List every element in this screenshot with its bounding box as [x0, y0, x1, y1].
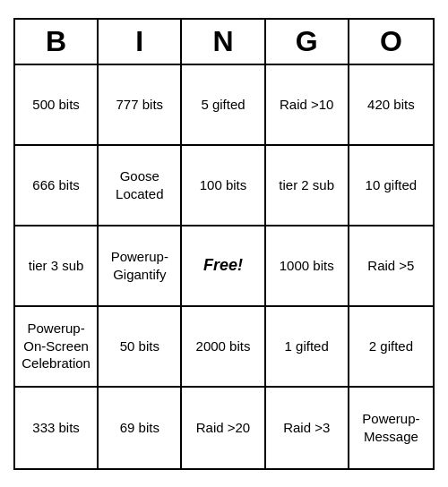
bingo-cell-r2c3: 100 bits	[182, 146, 265, 226]
bingo-cell-r2c1: 666 bits	[15, 146, 99, 226]
bingo-cell-r4c1: Powerup-On-Screen Celebration	[15, 307, 99, 388]
bingo-cell-r5c2: 69 bits	[99, 388, 182, 468]
header-letter-i: I	[99, 20, 182, 64]
bingo-grid: 500 bits777 bits5 giftedRaid >10420 bits…	[15, 65, 433, 468]
bingo-cell-r1c2: 777 bits	[99, 65, 182, 146]
bingo-cell-r2c2: Goose Located	[99, 146, 182, 226]
bingo-cell-r3c3: Free!	[182, 226, 265, 307]
bingo-cell-r5c5: Powerup-Message	[349, 388, 433, 468]
bingo-cell-r1c4: Raid >10	[266, 65, 349, 146]
bingo-cell-r4c2: 50 bits	[99, 307, 182, 388]
bingo-cell-r3c5: Raid >5	[349, 226, 433, 307]
bingo-cell-r5c4: Raid >3	[266, 388, 349, 468]
header-letter-g: G	[266, 20, 349, 64]
bingo-cell-r3c4: 1000 bits	[266, 226, 349, 307]
bingo-header: BINGO	[15, 20, 433, 65]
bingo-cell-r4c5: 2 gifted	[349, 307, 433, 388]
bingo-cell-r4c4: 1 gifted	[266, 307, 349, 388]
bingo-cell-r2c5: 10 gifted	[349, 146, 433, 226]
bingo-cell-r3c2: Powerup-Gigantify	[99, 226, 182, 307]
header-letter-n: N	[182, 20, 265, 64]
bingo-cell-r2c4: tier 2 sub	[266, 146, 349, 226]
bingo-cell-r3c1: tier 3 sub	[15, 226, 99, 307]
bingo-cell-r1c3: 5 gifted	[182, 65, 265, 146]
bingo-card: BINGO 500 bits777 bits5 giftedRaid >1042…	[13, 18, 435, 470]
header-letter-b: B	[15, 20, 99, 64]
bingo-cell-r4c3: 2000 bits	[182, 307, 265, 388]
bingo-cell-r1c5: 420 bits	[349, 65, 433, 146]
bingo-cell-r5c1: 333 bits	[15, 388, 99, 468]
header-letter-o: O	[349, 20, 433, 64]
bingo-cell-r5c3: Raid >20	[182, 388, 265, 468]
bingo-cell-r1c1: 500 bits	[15, 65, 99, 146]
